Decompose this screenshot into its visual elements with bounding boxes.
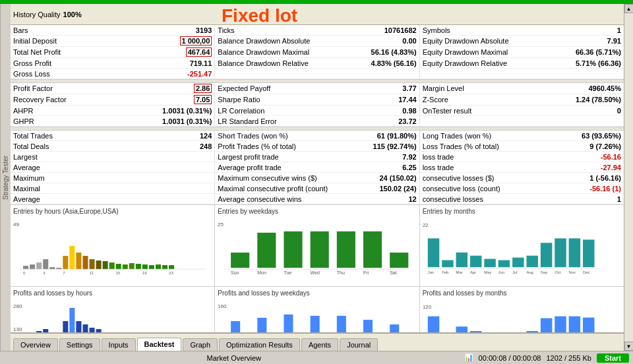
total-deals-value: 248 xyxy=(200,142,212,150)
tab-agents[interactable]: Agents xyxy=(301,338,338,351)
ahpr-label: AHPR xyxy=(13,107,34,115)
svg-rect-33 xyxy=(231,253,249,268)
equity-max-label: Equity Drawdown Maximal xyxy=(423,48,508,56)
svg-rect-16 xyxy=(123,264,128,269)
bars-label: Bars xyxy=(13,26,28,34)
scroll-down-arrow[interactable]: ▼ xyxy=(624,342,634,351)
svg-rect-119 xyxy=(583,318,594,332)
svg-rect-7 xyxy=(63,256,68,269)
ghpr-row: GHPR 1.0031 (0.31%) LR Standard Error 23… xyxy=(11,116,624,127)
recovery-factor-cell: Recovery Factor 7.05 xyxy=(11,94,214,105)
net-profit-value: 467.64 xyxy=(186,47,212,57)
loss-trades-label: Loss Trades (% of total) xyxy=(423,142,499,150)
bottom-tabs: Overview Settings Inputs Backtest Graph … xyxy=(11,332,624,351)
profit-factor-label: Profit Factor xyxy=(13,84,53,92)
ghpr-cell: GHPR 1.0031 (0.31%) xyxy=(11,116,214,126)
svg-rect-3 xyxy=(36,262,42,269)
equity-abs-label: Equity Drawdown Absolute xyxy=(423,37,509,45)
ghpr-label: GHPR xyxy=(13,117,34,125)
avg-consec-losses-label: consecutive losses xyxy=(423,195,483,203)
scroll-up-arrow[interactable]: ▲ xyxy=(624,4,634,13)
recovery-factor-row: Recovery Factor 7.05 Sharpe Ratio 17.44 … xyxy=(11,94,624,106)
svg-text:23: 23 xyxy=(169,271,173,275)
svg-rect-9 xyxy=(76,253,81,269)
svg-rect-95 xyxy=(311,316,320,332)
average-loss-label: loss trade xyxy=(423,164,454,171)
tab-graph[interactable]: Graph xyxy=(183,338,218,351)
history-quality-value: 100% xyxy=(63,11,82,18)
svg-rect-11 xyxy=(90,259,95,269)
avg-consec-losses-value: 1 xyxy=(617,195,621,203)
chart-pnl-months-svg: 120 xyxy=(423,298,621,332)
svg-rect-2 xyxy=(30,264,35,269)
chart-entries-hours-title: Entries by hours (Asia,Europe,USA) xyxy=(13,208,212,215)
svg-rect-118 xyxy=(568,317,580,332)
svg-rect-96 xyxy=(337,316,346,332)
equity-max-value: 66.36 (5.71%) xyxy=(576,48,621,56)
equity-rel-label: Equity Drawdown Relative xyxy=(423,59,507,67)
tab-inputs[interactable]: Inputs xyxy=(102,338,136,351)
gross-loss-row: Gross Loss -251.47 xyxy=(11,69,624,79)
status-center: Market Overview xyxy=(207,354,262,362)
svg-rect-4 xyxy=(43,259,48,269)
ahpr-cell: AHPR 1.0031 (0.31%) xyxy=(11,106,214,115)
margin-level-cell: Margin Level 4960.45% xyxy=(419,83,624,94)
chart-pnl-months: Profits and losses by months 120 xyxy=(420,287,624,332)
svg-text:280: 280 xyxy=(13,303,22,309)
profit-factor-cell: Profit Factor 2.86 xyxy=(11,83,214,94)
scrollbar-right: ▲ ▼ xyxy=(624,4,633,351)
svg-text:49: 49 xyxy=(13,222,19,228)
chart-pnl-weekdays-svg: 160 xyxy=(218,298,416,332)
bars-cell: Bars 3193 xyxy=(11,25,214,35)
total-trades-label: Total Trades xyxy=(13,132,53,140)
svg-text:Aug: Aug xyxy=(526,270,533,274)
empty2 xyxy=(419,69,624,78)
tab-overview[interactable]: Overview xyxy=(13,338,58,351)
svg-rect-34 xyxy=(258,233,276,268)
max-consec-wins-value: 24 (150.02) xyxy=(379,174,416,182)
start-button[interactable]: Start xyxy=(597,353,629,363)
chart-entries-months-title: Entries by months xyxy=(423,208,621,215)
svg-text:11: 11 xyxy=(90,271,94,275)
tab-journal[interactable]: Journal xyxy=(340,338,378,351)
tab-settings[interactable]: Settings xyxy=(59,338,100,351)
total-trades-row: Total Trades 124 Short Trades (won %) 61… xyxy=(11,131,624,141)
chart-entries-hours: Entries by hours (Asia,Europe,USA) 49 xyxy=(11,205,215,286)
avg-consec-losses-cell: consecutive losses 1 xyxy=(419,194,624,204)
svg-rect-98 xyxy=(390,324,399,332)
maximal-loss-cell: consecutive loss (count) -56.16 (1) xyxy=(419,183,624,193)
ahpr-row: AHPR 1.0031 (0.31%) LR Correlation 0.98 … xyxy=(11,106,624,116)
scroll-track[interactable] xyxy=(624,13,633,342)
tab-optimization-results[interactable]: Optimization Results xyxy=(219,338,300,351)
svg-rect-53 xyxy=(484,259,495,268)
maximal-label-cell: Maximal xyxy=(11,183,214,193)
svg-rect-23 xyxy=(169,265,174,269)
svg-text:Oct: Oct xyxy=(555,270,560,274)
tab-backtest[interactable]: Backtest xyxy=(137,338,182,351)
charts-area: Entries by hours (Asia,Europe,USA) 49 xyxy=(11,204,624,332)
equity-max-cell: Equity Drawdown Maximal 66.36 (5.71%) xyxy=(419,47,624,57)
svg-rect-52 xyxy=(470,256,481,267)
profit-trades-value: 115 (92.74%) xyxy=(373,142,417,150)
maximal-loss-value: -56.16 (1) xyxy=(589,185,621,193)
svg-rect-54 xyxy=(498,260,509,268)
status-memory: 1202 / 255 Kb xyxy=(546,354,591,362)
chart-icon: 📊 xyxy=(464,353,473,362)
status-time: 00:00:08 / 00:00:08 xyxy=(479,354,541,362)
svg-rect-55 xyxy=(512,258,524,268)
largest-label: Largest xyxy=(13,153,38,161)
lr-std-err-value: 23.72 xyxy=(398,117,417,125)
largest-profit-value: 7.92 xyxy=(402,153,416,161)
ticks-label: Ticks xyxy=(218,26,234,34)
maximal-profit-label: Maximal consecutive profit (count) xyxy=(218,185,328,193)
svg-text:Mar: Mar xyxy=(456,270,462,274)
ontester-label: OnTester result xyxy=(423,107,472,115)
content-with-side: Strategy Tester History Quality 100% Fix… xyxy=(0,4,633,351)
initial-deposit-value: 1 000,00 xyxy=(180,36,212,46)
lr-corr-label: LR Correlation xyxy=(218,107,264,115)
average-loss-cell: loss trade -27.94 xyxy=(419,162,624,172)
stats-area: Bars 3193 Ticks 10761682 Symbols 1 xyxy=(11,25,624,204)
total-deals-label: Total Deals xyxy=(13,142,49,150)
balance-abs-cell: Balance Drawdown Absolute 0.00 xyxy=(214,36,419,46)
svg-text:Fri: Fri xyxy=(363,270,369,275)
